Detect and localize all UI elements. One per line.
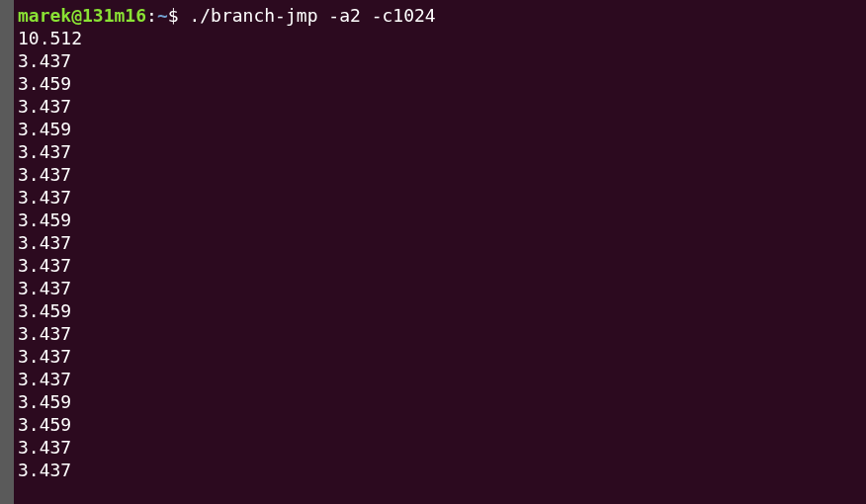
output-line: 3.437 <box>18 254 866 277</box>
output-line: 3.459 <box>18 209 866 231</box>
prompt-user-host: marek@131m16 <box>18 5 146 26</box>
output-line: 3.437 <box>18 140 866 163</box>
terminal-area[interactable]: marek@131m16:~$ ./branch-jmp -a2 -c1024 … <box>0 0 866 481</box>
output-line: 3.437 <box>18 368 866 390</box>
prompt-separator: : <box>146 5 157 26</box>
output-line: 3.437 <box>18 95 866 118</box>
output-line: 3.437 <box>18 322 866 345</box>
terminal-content: marek@131m16:~$ ./branch-jmp -a2 -c1024 … <box>18 4 866 481</box>
output-line: 3.459 <box>18 72 866 95</box>
output-line: 10.512 <box>18 27 866 49</box>
command-text: ./branch-jmp -a2 -c1024 <box>189 5 435 26</box>
output-line: 3.437 <box>18 459 866 481</box>
prompt-line: marek@131m16:~$ ./branch-jmp -a2 -c1024 <box>18 4 866 27</box>
prompt-symbol: $ <box>168 5 179 26</box>
prompt-path: ~ <box>157 5 168 26</box>
output-line: 3.437 <box>18 49 866 72</box>
output-line: 3.437 <box>18 436 866 459</box>
output-line: 3.437 <box>18 163 866 186</box>
output-line: 3.459 <box>18 118 866 140</box>
output-line: 3.437 <box>18 277 866 299</box>
output-line: 3.437 <box>18 345 866 368</box>
output-line: 3.437 <box>18 231 866 254</box>
output-line: 3.459 <box>18 413 866 436</box>
output-line: 3.459 <box>18 299 866 322</box>
output-line: 3.459 <box>18 390 866 413</box>
output-line: 3.437 <box>18 186 866 209</box>
prompt-command: ./branch-jmp -a2 -c1024 <box>179 5 436 26</box>
